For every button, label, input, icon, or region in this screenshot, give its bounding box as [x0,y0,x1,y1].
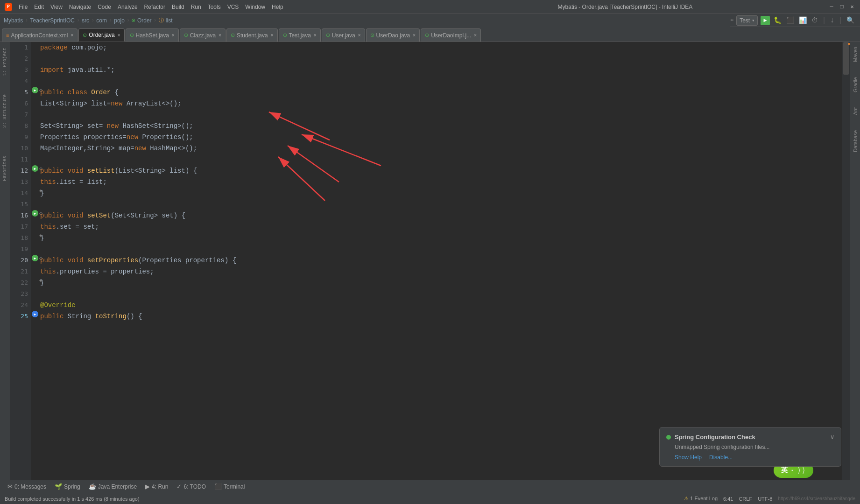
menu-view[interactable]: View [48,3,65,11]
code-line-21: this.properties = properties; [40,266,840,277]
line-12: 12 [10,165,31,176]
tab-userdaoimpl[interactable]: ⊙ UserDaoImpl.j... × [421,28,481,42]
search-everywhere-icon[interactable]: 🔍 [846,15,855,25]
favorites-panel-toggle[interactable]: Favorites [2,156,7,181]
menu-build[interactable]: Build [169,3,187,11]
project-panel-toggle[interactable]: 1: Project [2,48,7,76]
spring-popup-collapse-icon[interactable]: ∨ [831,433,834,441]
messages-tab[interactable]: ✉ 0: Messages [4,482,50,492]
breadcrumb-list[interactable]: list [166,17,173,24]
menu-edit[interactable]: Edit [31,3,47,11]
code-line-9: Properties properties=new Properties(); [40,132,840,143]
gutter-run-icon-16[interactable]: ▶ [32,210,38,217]
run-tab[interactable]: ▶ 4: Run [141,482,172,492]
gutter-run-icon-12[interactable]: ▶ [32,165,38,172]
encoding-status[interactable]: UTF-8 [758,496,772,502]
gutter-run-icon-5[interactable]: ▶ [32,87,38,93]
line-4: 4 [10,76,31,87]
tab-close-student[interactable]: × [271,33,274,38]
maven-panel-toggle[interactable]: Maven [853,47,858,62]
tab-close-userdao[interactable]: × [413,33,416,38]
menu-file[interactable]: File [16,3,30,11]
line-17: 17 [10,221,31,232]
tab-close-userdaoimpl[interactable]: × [474,33,477,38]
close-button[interactable]: ✕ [849,4,855,10]
tab-user[interactable]: ⊙ User.java × [322,28,365,42]
spring-tab[interactable]: 🌱 Spring [51,482,84,492]
crlf-status[interactable]: CRLF [739,496,752,502]
line-11: 11 [10,154,31,165]
navigate-back-icon[interactable]: ⬅ [730,17,733,24]
tab-applicationcontext[interactable]: ≡ ApplicationContext.xml × [2,28,78,42]
tab-test[interactable]: ⊙ Test.java × [279,28,321,42]
code-line-7 [40,109,840,120]
run-button[interactable]: ▶ [761,16,770,25]
left-sidebar-strip: 1: Project 2: Structure Favorites [0,42,10,480]
code-line-22: } [40,277,840,288]
menu-code[interactable]: Code [95,3,114,11]
code-line-11 [40,154,840,165]
run-config-dropdown[interactable]: Test ▾ [736,15,758,26]
code-lines[interactable]: package com.pojo; import java.util.*; pu… [40,42,840,480]
tab-close-hashset[interactable]: × [172,33,175,38]
gutter-run-icon-25[interactable]: ▶ [32,311,38,317]
line-21: 21 [10,266,31,277]
terminal-tab[interactable]: ⬛ Terminal [211,482,248,492]
database-panel-toggle[interactable]: Database [853,130,858,152]
tab-close-clazz[interactable]: × [219,33,221,38]
menu-window[interactable]: Window [242,3,268,11]
tab-hashset[interactable]: ⊙ HashSet.java × [126,28,179,42]
breadcrumb-com[interactable]: com [96,17,107,24]
menu-run[interactable]: Run [188,3,204,11]
ant-panel-toggle[interactable]: Ant [853,107,858,115]
tab-close-user[interactable]: × [358,33,361,38]
tab-close-appcontext[interactable]: × [70,33,73,38]
tab-userdao[interactable]: ⊙ UserDao.java × [366,28,420,42]
breadcrumb-order[interactable]: Order [137,17,152,24]
spring-show-help-link[interactable]: Show Help [675,454,702,461]
todo-icon: ✓ [176,483,182,490]
line-14: 14 [10,188,31,199]
menu-refactor[interactable]: Refactor [141,3,168,11]
code-line-8: Set<String> set= new HashSet<String>(); [40,120,840,132]
menu-tools[interactable]: Tools [205,3,224,11]
bottom-toolbar: ✉ 0: Messages 🌱 Spring ☕ Java Enterprise… [0,480,860,493]
gutter-run-icon-20[interactable]: ▶ [32,255,38,261]
title-bar: P File Edit View Navigate Code Analyze R… [0,0,860,14]
menu-analyze[interactable]: Analyze [115,3,141,11]
tab-clazz[interactable]: ⊙ Clazz.java × [180,28,226,42]
todo-tab[interactable]: ✓ 6: TODO [173,482,210,492]
breadcrumb-pojo[interactable]: pojo [114,17,125,24]
tab-close-test[interactable]: × [314,33,317,38]
maximize-button[interactable]: □ [839,4,845,10]
code-line-6: List<String> list=new ArrayList<>(); [40,98,840,109]
breadcrumb-mybatis[interactable]: Mybatis [4,17,23,24]
breadcrumb-src[interactable]: src [82,17,89,24]
run-config-label: Test [740,17,750,24]
java-enterprise-tab[interactable]: ☕ Java Enterprise [85,482,141,492]
coverage-button[interactable]: 📊 [798,15,808,25]
tab-student[interactable]: ⊙ Student.java × [226,28,278,42]
minimize-button[interactable]: ─ [828,4,835,10]
line-25: 25 [10,311,31,322]
gradle-panel-toggle[interactable]: Gradle [853,77,858,92]
profile-button[interactable]: ⏱ [811,16,819,25]
scrollbar-thumb[interactable] [843,42,849,75]
tab-close-order[interactable]: × [118,33,120,38]
code-line-13: this.list = list; [40,176,840,188]
breadcrumb-module[interactable]: TeacherSprintIOC [30,17,75,24]
tab-order[interactable]: ⊙ Order.java × [78,28,124,42]
menu-vcs[interactable]: VCS [225,3,242,11]
debug-button[interactable]: 🐛 [773,15,782,25]
spring-disable-link[interactable]: Disable... [709,454,733,461]
spring-popup-body: Unmapped Spring configuration files... [675,444,834,450]
menu-help[interactable]: Help [269,3,286,11]
terminal-icon: ⬛ [214,483,222,490]
build-button[interactable]: ⬛ [785,15,795,25]
vcs-update-icon[interactable]: ↓ [829,15,836,26]
menu-navigate[interactable]: Navigate [66,3,94,11]
structure-panel-toggle[interactable]: 2: Structure [2,94,7,128]
line-col-status[interactable]: 6:41 [723,496,733,502]
editor-scrollbar[interactable] [842,42,850,480]
event-log-status[interactable]: ⚠ 1 Event Log [684,496,718,502]
